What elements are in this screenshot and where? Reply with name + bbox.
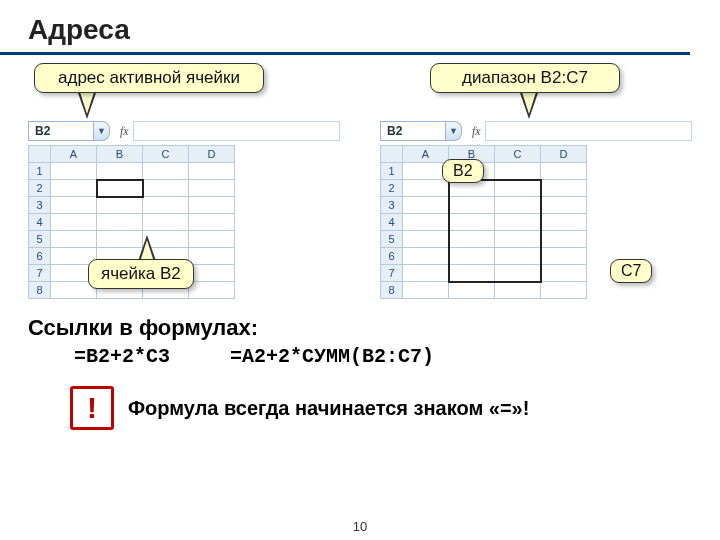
fx-label: fx bbox=[472, 124, 481, 139]
callout-range: диапазон B2:C7 bbox=[430, 63, 620, 93]
links-heading: Ссылки в формулах: bbox=[28, 315, 692, 341]
corner[interactable] bbox=[29, 146, 51, 163]
name-box-dropdown[interactable]: ▼ bbox=[94, 121, 110, 141]
name-box[interactable]: B2 bbox=[380, 121, 446, 141]
links-section: Ссылки в формулах: =B2+2*C3 =A2+2*СУММ(B… bbox=[0, 299, 720, 368]
col-header[interactable]: D bbox=[189, 146, 235, 163]
fx-label: fx bbox=[120, 124, 129, 139]
row-header[interactable]: 7 bbox=[29, 265, 51, 282]
name-bar-left: B2 ▼ fx bbox=[28, 121, 340, 141]
row-header[interactable]: 2 bbox=[381, 180, 403, 197]
page-title: Адреса bbox=[0, 0, 690, 55]
row-header[interactable]: 5 bbox=[381, 231, 403, 248]
row-header[interactable]: 3 bbox=[29, 197, 51, 214]
formula-bar[interactable] bbox=[133, 121, 340, 141]
warning-text: Формула всегда начинается знаком «=»! bbox=[128, 397, 529, 420]
callout-tail bbox=[138, 235, 156, 261]
col-header[interactable]: A bbox=[403, 146, 449, 163]
name-bar-right: B2 ▼ fx bbox=[380, 121, 692, 141]
callout-active-address: адрес активной ячейки bbox=[34, 63, 264, 93]
callout-cell-b2: ячейка B2 bbox=[88, 259, 194, 289]
name-box-dropdown[interactable]: ▼ bbox=[446, 121, 462, 141]
warning-icon: ! bbox=[70, 386, 114, 430]
callout-tail bbox=[520, 93, 538, 119]
callout-b2: B2 bbox=[442, 159, 484, 183]
callout-tail bbox=[78, 93, 96, 119]
col-header[interactable]: D bbox=[541, 146, 587, 163]
name-box[interactable]: B2 bbox=[28, 121, 94, 141]
col-header[interactable]: C bbox=[495, 146, 541, 163]
formula-2: =A2+2*СУММ(B2:C7) bbox=[230, 345, 434, 368]
row-header[interactable]: 8 bbox=[29, 282, 51, 299]
example-left: адрес активной ячейки B2 ▼ fx A B C D 1 … bbox=[28, 69, 340, 299]
warning-row: ! Формула всегда начинается знаком «=»! bbox=[70, 386, 720, 430]
row-header[interactable]: 6 bbox=[381, 248, 403, 265]
formula-bar[interactable] bbox=[485, 121, 692, 141]
row-header[interactable]: 7 bbox=[381, 265, 403, 282]
col-header[interactable]: A bbox=[51, 146, 97, 163]
page-number: 10 bbox=[0, 519, 720, 534]
row-header[interactable]: 8 bbox=[381, 282, 403, 299]
row-header[interactable]: 4 bbox=[29, 214, 51, 231]
row-header[interactable]: 1 bbox=[29, 163, 51, 180]
row-header[interactable]: 4 bbox=[381, 214, 403, 231]
row-header[interactable]: 3 bbox=[381, 197, 403, 214]
example-right: диапазон B2:C7 B2 ▼ fx A B C D 1 2 3 4 5… bbox=[380, 69, 692, 299]
callout-c7: C7 bbox=[610, 259, 652, 283]
row-header[interactable]: 2 bbox=[29, 180, 51, 197]
formula-1: =B2+2*C3 bbox=[74, 345, 170, 368]
corner[interactable] bbox=[381, 146, 403, 163]
range-cell[interactable] bbox=[495, 180, 541, 197]
row-header[interactable]: 5 bbox=[29, 231, 51, 248]
active-cell[interactable] bbox=[97, 180, 143, 197]
row-header[interactable]: 1 bbox=[381, 163, 403, 180]
col-header[interactable]: C bbox=[143, 146, 189, 163]
row-header[interactable]: 6 bbox=[29, 248, 51, 265]
col-header[interactable]: B bbox=[97, 146, 143, 163]
